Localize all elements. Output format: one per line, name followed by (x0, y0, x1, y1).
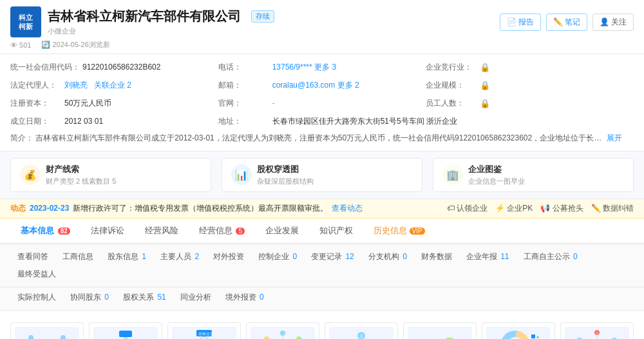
svg-point-1 (28, 335, 33, 339)
card-enterprise-map-img: 企业 全部 上市 (15, 327, 79, 339)
update-date: 🔄 2024-05-26浏览新 (41, 40, 109, 50)
email-row: 邮箱： coralau@163.com 更多 2 (218, 79, 426, 93)
address-label: 地址： (218, 115, 270, 128)
subtabs-section: 查看同答 工商信息 股东信息 1 主要人员 2 对外投资 控制企业 0 变更记录… (0, 244, 644, 287)
scale-lock-icon: 🔒 (480, 79, 490, 93)
card-equity-struct-img: 企业 人 人 全部 (93, 327, 158, 339)
reg-capital-value: 50万元人民币 (64, 97, 111, 110)
card-relation-graph[interactable]: 关联方认定图 (560, 322, 634, 339)
equity-card[interactable]: 📊 股权穿透图 杂疑深层股权结构 (222, 158, 422, 192)
content-section: 企业 全部 上市 企业图谱 企业 人 人 (0, 311, 644, 339)
public-grab[interactable]: 📢 公募抢头 (540, 203, 583, 214)
equity-sub: 杂疑深层股权结构 (257, 177, 314, 186)
subtab-annual[interactable]: 企业年报 11 (459, 248, 516, 266)
subtab-control[interactable]: 控制企业 0 (251, 248, 304, 266)
card-relation-map[interactable]: 关系图谱 (246, 322, 319, 339)
svg-text:人: 人 (359, 334, 364, 339)
summary-row: 简介： 吉林省科立柯新汽车部件有限公司成立于2012-03-01，法定代理人为刘… (10, 132, 634, 144)
legal-rep-value[interactable]: 刘晓亮 (64, 79, 88, 92)
subtab-shareholders-pub[interactable]: 工商自主公示 0 (516, 248, 585, 266)
enterprise-pk[interactable]: ⚡ 企业PK (495, 203, 533, 214)
dynamic-text: 新增行政许可了：增值税专用发票（增值税税控系统）最高开票限额审批。 (73, 203, 328, 214)
tab-basic[interactable]: 基本信息 82 (10, 218, 80, 244)
header: 科立 柯新 吉林省科立柯新汽车部件有限公司 存续 小微企业 📄 报告 ✏️ 笔记 (0, 0, 644, 54)
report-button[interactable]: 📄 报告 (500, 14, 541, 31)
subtab-equity-rel[interactable]: 股权关系 51 (116, 289, 173, 306)
employee-row: 员工人数： 🔒 (426, 97, 634, 111)
card-relation-graph-img (565, 327, 629, 339)
finance-icon: 💰 (20, 164, 41, 185)
address-row: 地址： 长春市绿园区佳升大路旁东大街51号5号车间 浙沂企业 (218, 115, 634, 128)
tab-ip[interactable]: 知识产权 (309, 218, 363, 244)
subtab-key-people[interactable]: 主要人员 2 (153, 248, 206, 266)
subtab-related[interactable]: 协同股东 0 (63, 289, 116, 306)
enterprise-card[interactable]: 🏢 企业图鉴 企业信息一图早业 (433, 158, 634, 192)
card-equity-penetrate-img: 吉林企业 企 上 全 (172, 327, 236, 339)
scale-row: 企业规模： 🔒 (426, 79, 634, 93)
expand-link[interactable]: 展开 (607, 133, 622, 142)
subtab-branches[interactable]: 分支机构 0 (361, 248, 414, 266)
tab-history[interactable]: 历史信息 VIP (363, 218, 435, 244)
card-enterprise-map[interactable]: 企业 全部 上市 企业图谱 (10, 322, 84, 339)
enterprise-icon: 🏢 (442, 164, 463, 185)
employee-label: 员工人数： (426, 97, 477, 110)
svg-rect-12 (119, 331, 132, 337)
finance-card[interactable]: 💰 财产线索 财产类型 2 线索数目 5 (10, 158, 211, 192)
company-type: 小微企业 (48, 26, 274, 36)
card-actual-ctrl[interactable]: 人 义标控制人 (325, 322, 398, 339)
equity-icon: 📊 (231, 164, 252, 185)
industry-label: 企业竞行业： (426, 61, 477, 73)
dynamic-label: 动态 (10, 203, 26, 214)
legal-rep-row: 法定代理人： 刘晓亮 关联企业 2 (10, 79, 218, 93)
subtab-industry-div[interactable]: 同业分析 (173, 289, 218, 306)
tab-risk[interactable]: 经营风险 (135, 218, 189, 244)
content-cards-grid: 企业 全部 上市 企业图谱 企业 人 人 (10, 322, 634, 339)
svg-text:A: A (536, 335, 539, 339)
finance-title: 财产线索 (46, 164, 116, 175)
data-correct[interactable]: ✏️ 数据纠错 (591, 203, 634, 214)
company-name: 吉林省科立柯新汽车部件有限公司 (48, 8, 241, 25)
notes-button[interactable]: ✏️ 笔记 (546, 14, 587, 31)
found-date-value: 2012 03 01 (64, 115, 103, 128)
subtab-finance[interactable]: 财务数据 (414, 248, 459, 266)
claim-enterprise[interactable]: 🏷 认领企业 (447, 203, 488, 214)
card-equity-share[interactable]: 企业受益股东 (403, 322, 477, 339)
tab-biz-info[interactable]: 经营信息 5 (189, 218, 255, 244)
found-date-label: 成立日期： (10, 115, 62, 128)
dynamic-link[interactable]: 查看动态 (332, 203, 363, 214)
follow-button[interactable]: 👤 关注 (592, 14, 634, 31)
subtab-actual-ctrl[interactable]: 实际控制人 (10, 289, 63, 306)
related-companies[interactable]: 关联企业 2 (94, 79, 131, 92)
svg-point-2 (61, 335, 66, 339)
reg-capital-row: 注册资本： 50万元人民币 (10, 97, 218, 111)
tab-legal[interactable]: 法律诉讼 (80, 218, 135, 244)
address-value: 长春市绿园区佳升大路旁东大街51号5号车间 浙沂企业 (272, 115, 457, 128)
subtab-overseas[interactable]: 境外报资 0 (218, 289, 271, 306)
dynamic-date: 2023-02-23 (30, 204, 69, 213)
card-equity-penetrate[interactable]: 吉林企业 企 上 全 股权渗透图 (167, 322, 241, 339)
feature-section: 💰 财产线索 财产类型 2 线索数目 5 📊 股权穿透图 杂疑深层股权结构 🏢 … (0, 151, 644, 199)
subtab-foreign-inv[interactable]: 对外投资 (206, 248, 251, 266)
status-badge: 存续 (251, 10, 274, 23)
subtab-legal-rep[interactable]: 最终受益人 (10, 266, 63, 283)
credit-code-row: 统一社会信用代码： 91220106586232B602 (10, 61, 218, 75)
subtab-changes[interactable]: 变更记录 12 (304, 248, 361, 266)
summary-label: 简介： (10, 133, 33, 142)
header-actions: 📄 报告 ✏️ 笔记 👤 关注 (500, 14, 634, 31)
subtab-overview[interactable]: 查看同答 (10, 248, 55, 266)
enterprise-title: 企业图鉴 (468, 164, 525, 175)
phone-row: 电话： 13756/9**** 更多 3 (218, 61, 426, 75)
subtab-shareholders[interactable]: 股东信息 1 (100, 248, 153, 266)
view-count: 👁 501 (10, 41, 31, 49)
email-value[interactable]: coralau@163.com 更多 2 (272, 79, 359, 92)
card-equity-dist-img: A B C (486, 327, 551, 339)
finance-sub: 财产类型 2 线索数目 5 (46, 177, 116, 186)
legal-rep-label: 法定代理人： (10, 79, 62, 92)
card-equity-dist[interactable]: A B C 企业股权分布 (482, 322, 555, 339)
phone-value[interactable]: 13756/9**** 更多 3 (272, 61, 336, 73)
svg-line-25 (204, 336, 217, 339)
subtab-biz-reg[interactable]: 工商信息 (55, 248, 100, 266)
svg-point-34 (263, 336, 270, 339)
card-equity-struct[interactable]: 企业 人 人 全部 股权结构图 (89, 322, 162, 339)
tab-dev[interactable]: 企业发展 (255, 218, 309, 244)
